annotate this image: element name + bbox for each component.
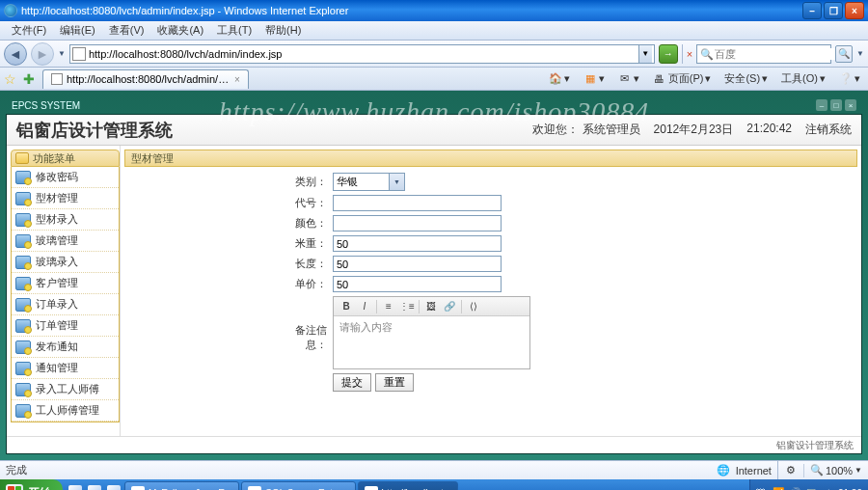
task-app-icon [365,486,378,490]
quicklaunch-1[interactable] [86,481,103,490]
tools-button[interactable]: 工具(O)▾ [777,70,829,87]
sidebar-item-11[interactable]: 工人师傅管理 [12,400,119,422]
app-close-icon[interactable]: × [845,99,856,111]
editor-bold-button[interactable]: B [338,299,355,314]
sidebar-item-6[interactable]: 订单录入 [12,294,119,315]
add-favorite-icon[interactable]: ✚ [23,71,39,87]
app-min-icon[interactable]: – [816,99,827,111]
feed-button[interactable]: ▦▾ [580,71,609,87]
menu-item-icon [15,319,31,333]
current-user: 系统管理员 [583,122,640,136]
mail-button[interactable]: ✉▾ [614,71,643,87]
tray-network-icon[interactable]: 📶 [773,487,785,491]
sidebar-item-10[interactable]: 录入工人师傅 [12,379,119,400]
menu-edit[interactable]: 编辑(E) [54,21,101,40]
windows-logo-icon [6,484,23,490]
quicklaunch-2[interactable] [105,481,122,490]
menu-tools[interactable]: 工具(T) [211,21,258,40]
sidebar-item-label: 玻璃录入 [36,255,78,269]
help-icon: ❔ [839,72,853,86]
select-category[interactable]: 华银 ▼ [333,173,405,191]
back-button[interactable]: ◄ [4,42,27,66]
label-length: 长度： [279,257,327,271]
sidebar-item-4[interactable]: 玻璃录入 [12,252,119,273]
sidebar-item-5[interactable]: 客户管理 [12,273,119,294]
zoom-value[interactable]: 100% [826,465,853,476]
label-category: 类别： [279,175,327,189]
tab-close-icon[interactable]: × [234,74,240,85]
tray-monitor-icon[interactable]: 💻 [805,487,818,491]
sidebar-item-0[interactable]: 修改密码 [12,167,119,188]
editor-link-button[interactable]: 🔗 [441,299,458,314]
tray-volume-icon[interactable]: 🔊 [789,487,801,491]
zoom-dropdown-icon[interactable]: ▼ [854,466,862,475]
zoom-icon[interactable]: 🔍 [810,464,824,477]
search-engine-icon[interactable]: 🔍 [700,48,712,60]
taskbar-item-0[interactable]: MyEclipse Java E... [124,481,239,490]
print-icon: 🖶 [653,72,666,86]
menu-item-icon [15,404,31,418]
sidebar-item-8[interactable]: 发布通知 [12,337,119,358]
sidebar-item-1[interactable]: 型材管理 [12,188,119,209]
label-remark: 备注信息： [279,323,327,352]
go-button[interactable]: → [659,44,678,64]
url-dropdown-icon[interactable]: ▼ [638,45,652,63]
logout-link[interactable]: 注销系统 [805,122,852,138]
sidebar-item-3[interactable]: 玻璃管理 [12,231,119,252]
sidebar-item-9[interactable]: 通知管理 [12,358,119,379]
editor-image-button[interactable]: 🖼 [422,299,440,314]
submit-button[interactable]: 提交 [333,373,371,392]
reset-button[interactable]: 重置 [375,373,414,392]
tab-label: http://localhost:8080/lvch/admin/index.j… [67,73,231,85]
editor-ol-button[interactable]: ≡ [380,299,397,314]
protected-mode-icon: ⚙ [784,464,798,477]
home-button[interactable]: 🏠▾ [545,71,574,87]
internet-icon: 🌐 [717,464,730,477]
search-dropdown-icon[interactable]: ▼ [856,49,864,58]
input-color[interactable] [333,215,502,231]
editor-italic-button[interactable]: I [356,299,373,314]
menu-favorites[interactable]: 收藏夹(A) [151,21,209,40]
tray-more-icon[interactable]: ◀ [822,487,834,491]
stop-icon[interactable]: × [687,48,692,60]
input-code[interactable] [333,195,502,211]
nav-dropdown-icon[interactable]: ▼ [58,49,66,58]
editor-textarea[interactable]: 请输入内容 [334,316,529,368]
close-window-button[interactable]: × [845,2,864,19]
taskbar-item-1[interactable]: SQL Server Enter... [241,481,355,490]
sidebar-item-7[interactable]: 订单管理 [12,315,119,337]
search-button[interactable]: 🔍 [835,45,853,63]
editor-code-button[interactable]: ⟨⟩ [465,299,482,314]
page-button[interactable]: 🖶页面(P)▾ [649,70,716,87]
menu-item-icon [15,298,31,312]
search-input[interactable] [715,48,848,60]
menu-file[interactable]: 文件(F) [6,21,52,40]
forward-button[interactable]: ► [31,42,54,66]
app-max-icon[interactable]: □ [830,99,842,111]
tray-shield-icon[interactable]: 🛡 [756,487,769,491]
input-length[interactable] [333,256,502,272]
page-icon [72,47,86,61]
zone-label: Internet [736,465,772,476]
menu-help[interactable]: 帮助(H) [259,21,307,40]
favorites-icon[interactable]: ☆ [4,71,19,87]
menu-item-icon [15,362,31,375]
taskbar-item-2[interactable]: http://localhost... [358,481,459,490]
label-code: 代号： [279,196,327,210]
quicklaunch-0[interactable] [67,481,84,490]
start-button[interactable]: 开始 [0,479,63,490]
safety-button[interactable]: 安全(S)▾ [720,70,772,87]
menu-view[interactable]: 查看(V) [103,21,150,40]
minimize-button[interactable]: – [802,2,822,19]
browser-tab[interactable]: http://localhost:8080/lvch/admin/index.j… [42,69,249,89]
sidebar-header: 功能菜单 [11,150,120,167]
editor-ul-button[interactable]: ⋮≡ [398,299,416,314]
maximize-button[interactable]: ❐ [824,2,843,19]
menu-item-icon [15,213,31,227]
input-meter[interactable] [333,235,502,252]
url-input[interactable] [89,48,638,60]
input-unitprice[interactable] [333,276,502,292]
sidebar-item-2[interactable]: 型材录入 [12,209,119,231]
help-button[interactable]: ❔▾ [835,71,864,87]
app-footer: 铝窗设计管理系统 [7,436,861,453]
